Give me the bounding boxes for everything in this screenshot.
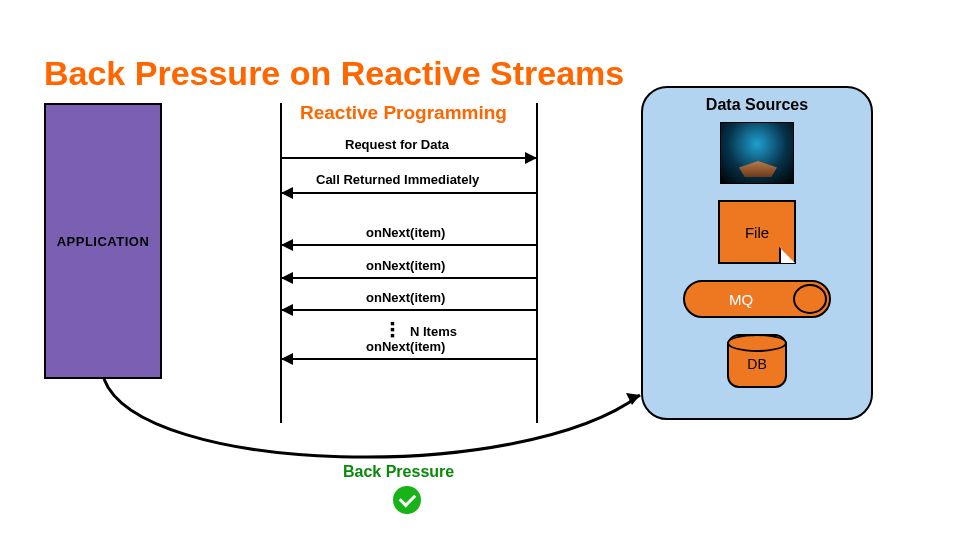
msg-onnext-2-label: onNext(item) bbox=[366, 258, 445, 273]
arrow-onnext-3 bbox=[282, 309, 536, 311]
mq-icon: MQ bbox=[683, 280, 831, 318]
arrow-onnext-1 bbox=[282, 244, 536, 246]
msg-onnext-3-label: onNext(item) bbox=[366, 290, 445, 305]
msg-onnext-last-label: onNext(item) bbox=[366, 339, 445, 354]
msg-request-label: Request for Data bbox=[345, 137, 449, 152]
msg-call-returned-label: Call Returned Immediately bbox=[316, 172, 479, 187]
application-label: APPLICATION bbox=[57, 234, 150, 249]
diagram-title: Back Pressure on Reactive Streams bbox=[44, 54, 624, 93]
mq-label: MQ bbox=[729, 291, 753, 308]
ellipsis-dots: ▪▪▪ bbox=[390, 320, 395, 338]
back-pressure-label: Back Pressure bbox=[343, 463, 454, 481]
arrow-onnext-2 bbox=[282, 277, 536, 279]
lifeline-producer bbox=[536, 103, 538, 423]
file-icon: File bbox=[718, 200, 796, 264]
arrow-request bbox=[282, 157, 536, 159]
check-icon bbox=[393, 486, 421, 514]
n-items-label: N Items bbox=[410, 324, 457, 339]
msg-onnext-1-label: onNext(item) bbox=[366, 225, 445, 240]
db-icon: DB bbox=[727, 334, 787, 388]
lifeline-consumer bbox=[280, 103, 282, 423]
data-source-image-icon bbox=[720, 122, 794, 184]
arrow-call-returned bbox=[282, 192, 536, 194]
data-sources-panel: Data Sources File MQ DB bbox=[641, 86, 873, 420]
application-box: APPLICATION bbox=[44, 103, 162, 379]
db-label: DB bbox=[747, 356, 766, 372]
data-sources-title: Data Sources bbox=[706, 96, 808, 114]
file-label: File bbox=[745, 224, 769, 241]
diagram-subtitle: Reactive Programming bbox=[300, 102, 507, 124]
arrow-onnext-last bbox=[282, 358, 536, 360]
